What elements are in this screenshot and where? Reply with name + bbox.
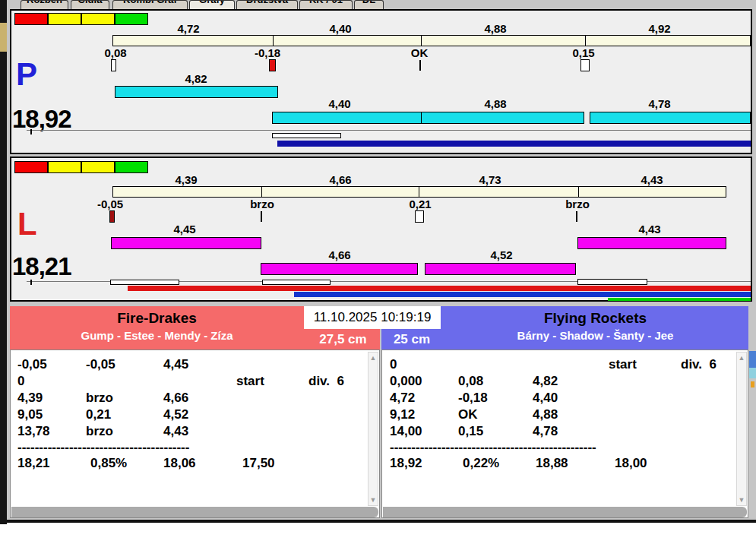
run-value: 4,88 [469,98,522,110]
result-cell: 9,12 [390,406,415,423]
datetime-box: 11.10.2025 10:19:19 [304,306,441,329]
result-cell: 4,88 [533,406,558,423]
split-value: 4,88 [469,23,522,35]
tab-kk-01[interactable]: KK / 01 [299,0,353,9]
lane-letter-l: L [17,209,37,239]
overlay-white-box [272,133,341,138]
mark-label: -0,05 [84,198,137,210]
split-scale-bar-l [112,186,726,198]
sensor-tick-line [576,211,577,222]
desktop-icon-fragment [749,368,756,378]
tab-cidla[interactable]: Čidla [71,0,109,9]
total-cell: 18,88 [536,455,568,472]
mark-label: OK [393,47,446,59]
lane-total-l: 18,21 [12,254,71,280]
result-row: 4,39 brzo 4,66 [17,390,367,406]
result-cell: 4,52 [163,406,188,423]
results-table-right[interactable]: 0 start div. 6 0,000 0,08 4,82 4,72 -0,1… [381,349,748,518]
team-name-right: Flying Rockets [442,310,748,327]
totals-row: 18,92 0,22% 18,88 18,00 [390,455,739,472]
result-cell: 4,39 [17,390,43,406]
result-row: 0 start div. 6 [390,356,739,373]
traffic-lights-l [14,161,150,173]
result-cell: -0,18 [458,390,488,406]
traffic-lights-p [14,13,150,25]
v-scrollbar-left[interactable]: ▲ ▼ [368,352,378,506]
run-value: 4,78 [633,98,686,110]
lane-p-panel: 4,72 4,40 4,88 4,92 0,08 -0,18 OK 0,15 P… [10,9,752,154]
scroll-down-icon[interactable]: ▼ [737,495,746,504]
run-bar-l4 [577,237,726,249]
result-cell: 4,82 [533,373,558,390]
tab-kombi-graf[interactable]: Kombi Graf [112,0,188,9]
tab-bar: Rozběh Čidla Kombi Graf Grafy Družstva K… [7,0,756,9]
mark-label: brzo [551,198,604,210]
scale-divider [578,187,579,197]
lane-total-p: 18,92 [12,106,71,132]
result-cell: 13,78 [17,423,50,440]
result-row: 0,000 0,08 4,82 [390,373,739,390]
result-cell: 0,000 [390,373,422,390]
desktop-icon-fragment [751,381,754,387]
sensor-tick-white [415,210,424,223]
result-cell: 4,45 [163,356,188,373]
jump-height-left: 27,5 cm [306,332,380,347]
tab-dl[interactable]: DL [354,0,384,9]
result-cell: brzo [86,423,113,440]
light-yellow1-icon [48,13,81,25]
total-cell: 0,85% [90,455,127,472]
tab-rozbeh[interactable]: Rozběh [21,0,68,9]
split-value: 4,43 [625,174,679,186]
total-cell: 18,06 [163,455,196,472]
totals-separator: ----------------------------------------… [390,443,596,452]
light-red-icon [14,13,48,25]
result-cell: div. 6 [681,356,716,373]
scale-divider [261,187,262,197]
h-scrollbar-left[interactable] [11,507,378,517]
split-scale-bar-p [112,35,751,46]
results-table-left[interactable]: -0,05 -0,05 4,45 0 start div. 6 4,39 brz… [10,349,380,518]
mark-label: -0,18 [241,47,294,59]
scroll-up-icon[interactable]: ▲ [737,353,746,362]
team-dogs-left: Gump - Estee - Mendy - Zíza [10,329,304,342]
run-value: 4,40 [313,98,366,110]
window-bottom-border [7,520,756,523]
sensor-tick-white [580,59,590,71]
result-row: 9,12 OK 4,88 [390,406,739,423]
result-cell: 0,08 [458,373,483,390]
light-green-icon [115,161,148,173]
tab-druzstva[interactable]: Družstva [236,0,298,9]
result-cell: start [609,356,637,373]
scroll-up-icon[interactable]: ▲ [369,353,378,362]
sensor-tick-red [269,59,276,71]
run-value: 4,52 [475,249,528,261]
sensor-tick-line [419,60,421,71]
result-cell: 0,15 [458,423,483,440]
lane-letter-p: P [16,59,37,90]
light-yellow2-icon [81,161,115,173]
split-value: 4,66 [314,174,367,186]
run-value: 4,45 [158,223,211,236]
app-screen: Rozběh Čidla Kombi Graf Grafy Družstva K… [0,0,756,544]
mark-label: 0,08 [89,47,142,59]
split-value: 4,39 [160,174,213,186]
result-cell: brzo [86,390,113,406]
mark-label: 0,21 [394,198,447,210]
split-value: 4,92 [633,23,686,35]
overlay-white-box [110,280,179,285]
run-bar-l3 [425,263,576,275]
scroll-down-icon[interactable]: ▼ [369,495,378,504]
result-cell: start [236,373,264,390]
total-cell: 18,92 [390,455,422,472]
result-cell: 4,66 [163,390,188,406]
background-window-fragment [0,23,7,52]
overlay-bar-red [128,286,751,291]
overlay-bar-navy [277,141,751,147]
datetime-value: 11.10.2025 10:19:19 [314,310,432,324]
baseline-tick [30,129,32,134]
run-value: 4,43 [623,223,676,236]
result-row: 9,05 0,21 4,52 [17,406,367,423]
h-scrollbar-right[interactable] [383,507,747,517]
v-scrollbar-right[interactable]: ▲ ▼ [736,352,747,506]
light-yellow2-icon [81,13,115,25]
